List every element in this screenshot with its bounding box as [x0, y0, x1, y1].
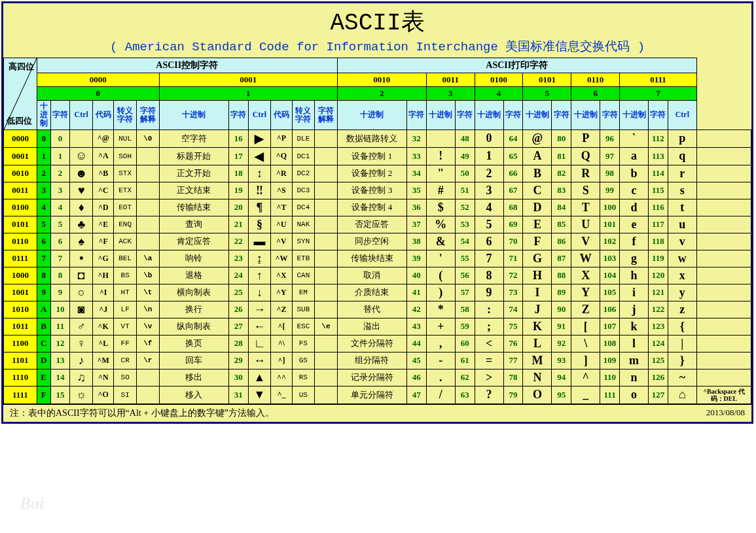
table-row: 1011B11♂^KVT\v纵向制表27←^[ESC\e溢出43+59;75K9…: [4, 318, 751, 335]
col-header-row: 十进制字符Ctrl代码转义字符字符解释 十进制字符Ctrl代码转义字符字符解释 …: [4, 101, 751, 130]
table-body: 000000^@NUL\0空字符16▶^PDLE数据链路转义3248064@80…: [4, 129, 751, 404]
section-control: ASCII控制字符: [37, 58, 337, 73]
table-row: 100088◘^HBS\b退格24↑^XCAN取消40(56872H88X104…: [4, 267, 751, 284]
table-row: 011066♠^FACK肯定应答22▬^VSYN同步空闲38&54670F86V…: [4, 233, 751, 250]
table-row: 1010A10◙^JLF\n换行26→^ZSUB替代42*58:74J90Z10…: [4, 301, 751, 318]
date-label: 2013/08/08: [706, 407, 745, 418]
table-row: 000000^@NUL\0空字符16▶^PDLE数据链路转义3248064@80…: [4, 129, 751, 147]
page-subtitle: ( American Standard Code for Information…: [3, 38, 751, 58]
table-row: 100199○^IHT\t横向制表25↓^YEM介质结束41)57973I89Y…: [4, 284, 751, 301]
hex-row: 0 1 2 3 4 5 6 7: [4, 87, 751, 101]
page-title: ASCII表: [3, 3, 751, 38]
section-row: 高四位 低四位 ASCII控制字符 ASCII打印字符: [4, 58, 751, 73]
table-row: 010044♦^DEOT传输结束20¶^TDC4设备控制 436$52468D8…: [4, 199, 751, 216]
table-row: 1110E14♫^NSO移出30▲^^RS记录分隔符46.62>78N94^11…: [4, 369, 751, 386]
table-row: 1111F15☼^OSI移入31▼^_US单元分隔符47/63?79O95_11…: [4, 386, 751, 404]
ascii-table-frame: ASCII表 ( American Standard Code for Info…: [1, 1, 753, 424]
table-row: 000111☺^ASOH标题开始17◀^QDC1设备控制 133!49165A8…: [4, 147, 751, 165]
footnote: 注：表中的ASCII字符可以用“Alt + 小键盘上的数字键”方法输入。 201…: [3, 404, 751, 422]
corner-cell: 高四位 低四位: [4, 58, 37, 130]
ascii-table: 高四位 低四位 ASCII控制字符 ASCII打印字符 0000 0001 00…: [3, 58, 751, 404]
bin-row: 0000 0001 0010 0011 0100 0101 0110 0111: [4, 73, 751, 87]
table-row: 1101D13♪^MCR\r回车29↔^]GS组分隔符45-61=77M93]1…: [4, 352, 751, 369]
table-row: 011177•^GBEL\a响铃23↨^WETB传输块结束39'55771G87…: [4, 250, 751, 267]
table-row: 001022☻^BSTX正文开始18↕^RDC2设备控制 234"50266B8…: [4, 165, 751, 182]
table-row: 1100C12♀^LFF\f换页28∟^\FS文件分隔符44,60<76L92\…: [4, 335, 751, 352]
table-row: 001133♥^CETX正文结束19‼^SDC3设备控制 335#51367C8…: [4, 182, 751, 199]
section-print: ASCII打印字符: [337, 58, 696, 73]
table-row: 010155♣^EENQ查询21§^UNAK否定应答37%53569E85U10…: [4, 216, 751, 233]
